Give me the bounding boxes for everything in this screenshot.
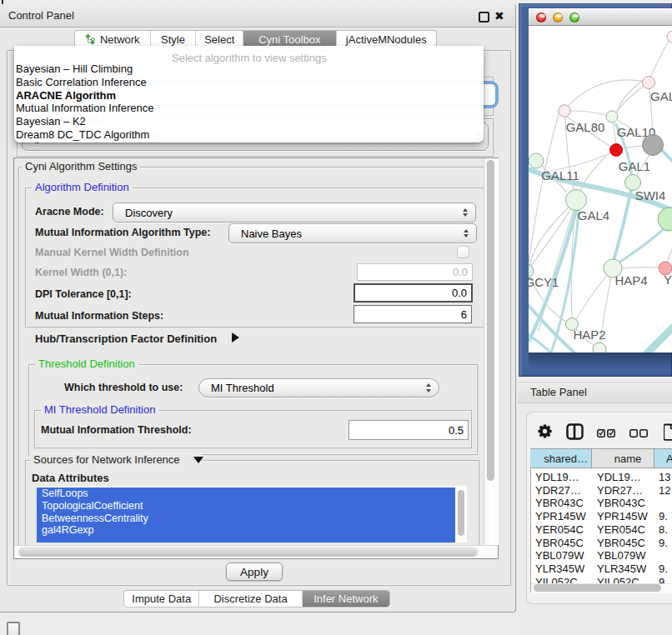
tab-jactivemnodules[interactable]: jActiveMNodules (337, 31, 436, 48)
combo-spinner-icon (426, 379, 431, 397)
table-cell[interactable]: YDR27… (597, 484, 643, 497)
sources-collapse-arrow-icon[interactable] (193, 457, 203, 463)
table-cell[interactable]: YDL19… (597, 471, 641, 483)
network-node[interactable] (529, 153, 544, 168)
table-cell[interactable]: YBR043C (535, 497, 584, 509)
table-cell[interactable]: 13 (659, 471, 670, 483)
column-header-2[interactable]: name (592, 448, 654, 468)
network-node[interactable] (667, 31, 672, 42)
attribute-list-item[interactable] (37, 537, 455, 542)
which-threshold-combobox[interactable]: MI Threshold (198, 378, 439, 398)
table-cell[interactable]: YBR045C (597, 537, 645, 549)
tab-impute-data[interactable]: Impute Data (124, 591, 199, 607)
table-cell[interactable]: YDL19… (535, 471, 579, 483)
table-cell[interactable]: YBL079W (597, 549, 646, 562)
checked-pair-icon[interactable] (597, 427, 616, 442)
network-node[interactable] (643, 135, 664, 156)
column-header-label: shared… (544, 452, 588, 465)
manual-kernel-width-checkbox[interactable] (457, 246, 469, 258)
document-icon[interactable] (664, 423, 672, 444)
control-panel-titlebar[interactable] (0, 4, 515, 28)
table-cell[interactable]: YLR345W (535, 562, 584, 575)
network-node-label: GAL11 (541, 168, 579, 182)
tab-discretize-data[interactable]: Discretize Data (199, 591, 302, 607)
table-cell[interactable]: YPR145W (535, 510, 586, 522)
table-cell[interactable]: 8. (659, 523, 668, 536)
tab-select[interactable]: Select (196, 31, 243, 48)
table-cell[interactable]: YLR345W (597, 562, 646, 575)
table-cell[interactable]: YBR045C (535, 537, 584, 549)
table-cell[interactable]: YPR145W (597, 510, 648, 522)
dropdown-item[interactable]: Mutual Information Inference (16, 102, 153, 115)
network-node-label: GAL2 (650, 89, 672, 103)
settings-hscrollbar-thumb[interactable] (18, 547, 478, 557)
table-cell[interactable]: YER054C (535, 523, 584, 536)
table-cell[interactable]: YER054C (597, 523, 645, 536)
attribute-list-item[interactable]: TopologicalCoefficient (37, 500, 455, 512)
dropdown-item[interactable]: Bayesian – Hill Climbing (16, 62, 133, 76)
network-node-label: GCY1 (529, 275, 559, 289)
table-cell[interactable]: 9. (659, 562, 668, 575)
mi-steps-field[interactable]: 6 (354, 305, 472, 323)
attribute-list-item[interactable]: BetweennessCentrality (37, 512, 455, 525)
hub-expand-arrow-icon[interactable] (232, 332, 239, 342)
bottom-left-toolbar-icon[interactable] (7, 622, 20, 635)
tab-style[interactable]: Style (151, 31, 197, 48)
sources-title: Sources for Network Inference (30, 454, 202, 466)
tab-cyni-toolbox[interactable]: Cyni Toolbox (243, 31, 336, 48)
column-header-3[interactable]: A (654, 448, 672, 468)
tab-label: Select (204, 33, 234, 46)
network-window-titlebar[interactable] (529, 8, 672, 26)
table-cell[interactable]: YBR043C (597, 497, 645, 509)
unchecked-pair-icon[interactable] (629, 427, 649, 442)
close-icon[interactable]: ✖ (494, 4, 504, 28)
network-node-label: GAL1 (619, 159, 650, 173)
table-cell[interactable]: 9. (659, 537, 668, 549)
network-canvas[interactable]: GAL2GAL80GAL10GAL1GAL11SWI4GAL4GCY1HAP4Y… (529, 26, 672, 352)
dropdown-item[interactable]: Bayesian – K2 (16, 115, 86, 128)
scrollbar-corner (484, 546, 498, 558)
dropdown-item[interactable]: Dream8 DC_TDC Algorithm (16, 128, 149, 142)
table-hscrollbar-thumb[interactable] (534, 584, 661, 592)
attribute-list-item[interactable]: SelfLoops (37, 488, 455, 500)
settings-vscrollbar-thumb[interactable] (487, 160, 494, 481)
mi-steps-label: Mutual Information Steps: (35, 310, 163, 322)
apply-button[interactable]: Apply (226, 562, 283, 581)
network-node[interactable] (559, 105, 570, 117)
dpi-tolerance-field[interactable]: 0.0 (354, 283, 473, 302)
float-window-icon[interactable] (479, 12, 489, 22)
network-node[interactable] (610, 144, 623, 157)
network-node[interactable] (593, 342, 606, 352)
table-cell[interactable]: 9. (659, 510, 668, 522)
network-node[interactable] (606, 111, 618, 122)
split-view-icon[interactable] (566, 423, 584, 443)
mi-threshold-field[interactable]: 0.5 (349, 420, 469, 440)
table-cell[interactable]: YDR27… (535, 484, 581, 497)
data-attributes-list[interactable]: SelfLoopsTopologicalCoefficientBetweenne… (37, 486, 467, 542)
dropdown-item[interactable]: Basic Correlation Inference (16, 76, 147, 89)
window-minimize-icon[interactable] (553, 12, 563, 22)
window-close-icon[interactable] (536, 12, 546, 22)
table-cell[interactable]: YBL079W (535, 549, 584, 562)
network-node[interactable] (658, 208, 672, 231)
network-node-label: HAP4 (614, 273, 647, 288)
table-cell[interactable]: 12 (659, 484, 670, 497)
attribute-list-item[interactable]: gal4RGexp (37, 524, 455, 537)
attributes-list-vscrollbar[interactable] (458, 490, 464, 536)
cyni-mode-tab-bar: Impute DataDiscretize DataInfer Network (123, 590, 390, 608)
dropdown-item[interactable]: ARACNE Algorithm (16, 89, 116, 102)
column-header-1[interactable]: shared… (530, 448, 592, 468)
mi-algorithm-type-combobox[interactable]: Naive Bayes (228, 223, 477, 243)
tab-label: Style (161, 33, 185, 46)
network-node[interactable] (566, 190, 587, 211)
aracne-mode-combobox[interactable]: Discovery (113, 202, 476, 222)
kernel-width-field[interactable]: 0.0 (357, 263, 473, 281)
aracne-mode-label: Aracne Mode: (35, 206, 104, 218)
network-node[interactable] (643, 77, 655, 89)
network-edge (568, 80, 649, 106)
network-node-label: SWI4 (635, 188, 666, 202)
gear-icon[interactable] (538, 424, 552, 442)
tab-infer-network[interactable]: Infer Network (303, 591, 389, 607)
tab-network[interactable]: Network (75, 31, 151, 48)
window-zoom-icon[interactable] (569, 12, 579, 22)
